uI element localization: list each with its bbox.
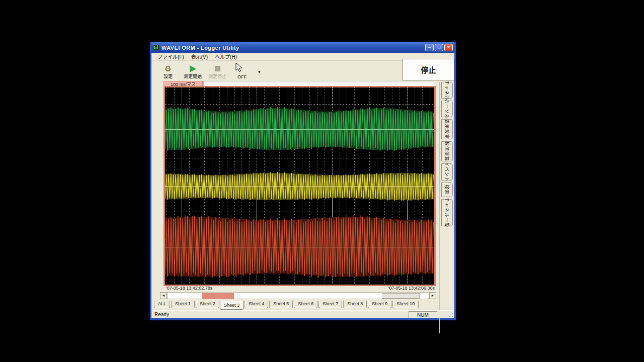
- app-icon: [153, 45, 159, 50]
- maximize-button[interactable]: □: [435, 44, 443, 51]
- stop-square-icon: [215, 66, 220, 71]
- menu-help[interactable]: ヘルプ(H): [212, 52, 240, 61]
- tab-sheet-10[interactable]: Sheet 10: [392, 301, 419, 308]
- waveform-canvas: [165, 87, 434, 285]
- settings-label: 設定: [164, 73, 173, 79]
- tab-channel[interactable]: チャネル: [441, 82, 453, 99]
- window-title: WAVEFORM - Logger Utility: [162, 45, 425, 51]
- waveform-plot: [164, 86, 436, 286]
- start-measure-button[interactable]: 測定開始: [181, 62, 204, 79]
- side-panel-divider: [439, 82, 440, 333]
- off-label: OFF: [237, 74, 247, 79]
- stop-measure-button[interactable]: 測定停止: [206, 62, 229, 79]
- tab-channel-list[interactable]: チャネル一覧: [441, 199, 453, 226]
- toolbar: ⚙ 設定 測定開始 測定停止 OFF ▾: [151, 61, 403, 81]
- title-bar[interactable]: WAVEFORM - Logger Utility ─ □ ✕: [151, 42, 454, 53]
- menu-view[interactable]: 表示(V): [188, 52, 211, 61]
- timestamp-row: '07-05-18 13:42:02.78s '07-05-18 13:42:0…: [164, 286, 436, 292]
- tab-event[interactable]: イベント: [441, 163, 453, 180]
- tab-all[interactable]: ALL: [154, 301, 170, 308]
- tab-sheet-6[interactable]: Sheet 6: [294, 301, 317, 308]
- tab-sheet-8[interactable]: Sheet 8: [343, 301, 367, 308]
- tab-sheet-5[interactable]: Sheet 5: [269, 301, 293, 308]
- tab-sheet-7[interactable]: Sheet 7: [318, 301, 342, 308]
- toolbar-dropdown-caret[interactable]: ▾: [258, 69, 261, 74]
- timestamp-divider: [222, 286, 223, 292]
- tab-sheet-9[interactable]: Sheet 9: [368, 301, 391, 308]
- status-bar: Ready NUM: [151, 310, 454, 318]
- tab-sheet-4[interactable]: Sheet 4: [245, 301, 268, 308]
- app-window: WAVEFORM - Logger Utility ─ □ ✕ ファイル(F) …: [150, 42, 456, 320]
- stop-run-button[interactable]: 停止: [403, 59, 454, 80]
- start-measure-label: 測定開始: [184, 73, 202, 79]
- tab-sheet-2[interactable]: Sheet 2: [196, 301, 219, 308]
- tab-search[interactable]: 検索: [441, 183, 453, 197]
- scroll-left-button[interactable]: ◄: [160, 292, 167, 299]
- minimize-button[interactable]: ─: [425, 44, 434, 51]
- num-lock-indicator: NUM: [409, 311, 437, 318]
- resize-grip-icon[interactable]: [448, 312, 454, 318]
- mouse-cursor-icon: [235, 62, 243, 73]
- stop-measure-label: 測定停止: [208, 73, 226, 79]
- gear-icon: ⚙: [165, 65, 171, 72]
- settings-button[interactable]: ⚙ 設定: [156, 62, 180, 79]
- timestamp-end: '07-05-18 13:42:06.36s: [388, 286, 435, 291]
- play-icon: [190, 65, 196, 72]
- scroll-right-button[interactable]: ►: [429, 292, 436, 299]
- sheet-tab-bar: ALL Sheet 1 Sheet 2 Sheet 3 Sheet 4 Shee…: [154, 301, 420, 310]
- horizontal-scrollbar: ◄ ►: [160, 292, 436, 299]
- tab-display-settings[interactable]: 表示設定: [441, 119, 453, 139]
- scroll-selection: [202, 293, 234, 299]
- tab-sheet-3[interactable]: Sheet 3: [220, 301, 244, 310]
- status-text: Ready: [154, 312, 169, 317]
- tab-sheet-1[interactable]: Sheet 1: [171, 301, 195, 308]
- scroll-track[interactable]: [167, 292, 429, 299]
- menu-file[interactable]: ファイル(F): [154, 52, 187, 61]
- scroll-thumb[interactable]: [382, 293, 420, 299]
- tab-cursor[interactable]: カーソル: [441, 101, 453, 117]
- timestamp-start: '07-05-18 13:42:02.78s: [166, 286, 212, 291]
- tab-numeric-calc[interactable]: 数値演算: [441, 141, 453, 161]
- close-button[interactable]: ✕: [444, 44, 453, 51]
